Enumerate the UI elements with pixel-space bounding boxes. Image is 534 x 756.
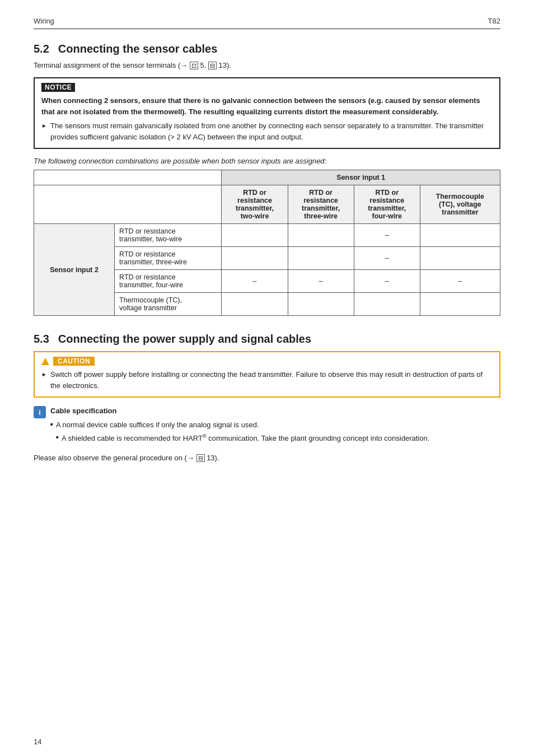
cell-1-3: – bbox=[354, 224, 420, 247]
caution-triangle-icon bbox=[41, 358, 49, 365]
notice-label: NOTICE bbox=[41, 83, 75, 92]
cell-3-4: – bbox=[420, 270, 500, 293]
cell-3-1: – bbox=[222, 270, 288, 293]
notice-body: When connecting 2 sensors, ensure that t… bbox=[41, 95, 493, 117]
cell-2-2 bbox=[288, 247, 354, 270]
row-label-4: Thermocouple (TC),voltage transmitter bbox=[115, 293, 222, 316]
info-bullet-1: A normal device cable suffices if only t… bbox=[50, 419, 429, 431]
cell-2-3: – bbox=[354, 247, 420, 270]
page-header: Wiring T82 bbox=[34, 17, 500, 29]
section-53-label: Connecting the power supply and signal c… bbox=[58, 333, 311, 346]
cell-4-4 bbox=[420, 293, 500, 316]
caution-body: Switch off power supply before installin… bbox=[41, 369, 493, 391]
info-content: Cable specification A normal device cabl… bbox=[50, 405, 429, 446]
col-header-2: RTD orresistancetransmitter,three-wire bbox=[288, 185, 354, 224]
cell-3-2: – bbox=[288, 270, 354, 293]
cell-2-4 bbox=[420, 247, 500, 270]
cell-1-4 bbox=[420, 224, 500, 247]
section-52-title: 5.2 Connecting the sensor cables bbox=[34, 43, 500, 55]
caution-box: CAUTION Switch off power supply before i… bbox=[34, 351, 500, 398]
row-label-1: RTD or resistancetransmitter, two-wire bbox=[115, 224, 222, 247]
section-53-title: 5.3 Connecting the power supply and sign… bbox=[34, 333, 500, 346]
section-53: 5.3 Connecting the power supply and sign… bbox=[34, 333, 500, 462]
row-label-3: RTD or resistancetransmitter, four-wire bbox=[115, 270, 222, 293]
cell-4-2 bbox=[288, 293, 354, 316]
section-53-footer: Please also observe the general procedur… bbox=[34, 454, 500, 462]
sensor-table: Sensor input 1 RTD orresistancetransmitt… bbox=[34, 170, 500, 316]
section-52-intro: Terminal assignment of the sensor termin… bbox=[34, 61, 500, 69]
cell-1-2 bbox=[288, 224, 354, 247]
cell-4-1 bbox=[222, 293, 288, 316]
table-row: Sensor input 2 RTD or resistancetransmit… bbox=[34, 224, 500, 247]
caution-label: CAUTION bbox=[53, 357, 95, 366]
info-title: Cable specification bbox=[50, 405, 429, 417]
col-header-3: RTD orresistancetransmitter,four-wire bbox=[354, 185, 420, 224]
section-52-label: Connecting the sensor cables bbox=[58, 43, 218, 55]
page: Wiring T82 5.2 Connecting the sensor cab… bbox=[0, 0, 534, 756]
sensor-input-2-label: Sensor input 2 bbox=[34, 224, 115, 316]
table-header-top: Sensor input 1 bbox=[222, 170, 500, 185]
col-header-4: Thermocouple(TC), voltagetransmitter bbox=[420, 185, 500, 224]
notice-box: NOTICE When connecting 2 sensors, ensure… bbox=[34, 77, 500, 149]
cell-3-3: – bbox=[354, 270, 420, 293]
section-53-num: 5.3 bbox=[34, 333, 49, 346]
page-number: 14 bbox=[34, 738, 41, 746]
notice-bullet: The sensors must remain galvanically iso… bbox=[41, 120, 493, 142]
cell-4-3 bbox=[354, 293, 420, 316]
info-sub-bullet-1: A shielded cable is recommended for HART… bbox=[50, 432, 429, 445]
info-box: i Cable specification A normal device ca… bbox=[34, 405, 500, 446]
cell-2-1 bbox=[222, 247, 288, 270]
col-header-1: RTD orresistancetransmitter,two-wire bbox=[222, 185, 288, 224]
cell-1-1 bbox=[222, 224, 288, 247]
header-right: T82 bbox=[488, 17, 500, 25]
section-52-num: 5.2 bbox=[34, 43, 49, 55]
header-left: Wiring bbox=[34, 17, 54, 25]
info-icon: i bbox=[34, 406, 46, 418]
row-label-2: RTD or resistancetransmitter, three-wire bbox=[115, 247, 222, 270]
italic-note: The following connection combinations ar… bbox=[34, 157, 500, 165]
